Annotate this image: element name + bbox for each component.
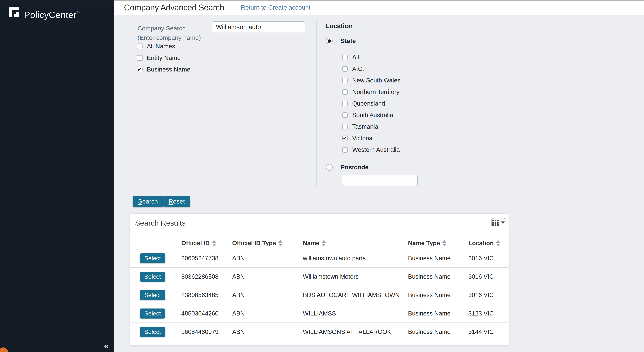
- app-logo: PolicyCenter™: [8, 7, 81, 21]
- results-table-body: Select 30605247738 ABN williamstown auto…: [130, 249, 508, 341]
- form-column-divider: [316, 20, 316, 186]
- search-button[interactable]: Search: [133, 196, 163, 207]
- state-option-tas: Tasmania: [342, 123, 378, 130]
- state-all-checkbox[interactable]: [342, 55, 348, 60]
- business-name-checkbox[interactable]: [137, 67, 142, 72]
- official-id-cell: 16084480979: [181, 328, 232, 335]
- state-qld-label[interactable]: Queensland: [352, 100, 385, 107]
- business-name-label[interactable]: Business Name: [147, 66, 190, 73]
- state-nt-label[interactable]: Northern Territory: [352, 89, 399, 95]
- app-name: PolicyCenter™: [24, 7, 81, 21]
- state-act-label[interactable]: A.C.T.: [352, 65, 369, 72]
- name-option-entity-name: Entity Name: [137, 54, 181, 62]
- entity-name-checkbox[interactable]: [137, 55, 142, 61]
- search-results-panel: Search Results Official ID Official ID T…: [130, 213, 509, 345]
- state-option-act: A.C.T.: [342, 65, 369, 72]
- sort-icon[interactable]: [322, 240, 326, 246]
- state-vic-label[interactable]: Victoria: [352, 135, 372, 142]
- entity-name-label[interactable]: Entity Name: [147, 54, 181, 62]
- sort-icon[interactable]: [442, 240, 446, 246]
- company-search-label: Company Search (Enter company name): [138, 24, 201, 43]
- table-row: Select 16084480979 ABN WILLIAMSONS AT TA…: [130, 323, 508, 341]
- table-row: Select 80362286508 ABN Williamstown Moto…: [130, 268, 508, 286]
- state-nsw-label[interactable]: New South Wales: [352, 77, 400, 84]
- page-title: Company Advanced Search: [124, 3, 224, 12]
- select-button[interactable]: Select: [140, 253, 165, 263]
- column-header-official-id[interactable]: Official ID: [181, 240, 232, 247]
- all-names-label[interactable]: All Names: [147, 43, 175, 50]
- sort-icon[interactable]: [212, 240, 216, 246]
- location-cell: 3144 VIC: [468, 328, 508, 335]
- state-nt-checkbox[interactable]: [342, 89, 348, 95]
- state-nsw-checkbox[interactable]: [342, 78, 348, 83]
- sort-icon[interactable]: [496, 240, 500, 246]
- location-cell: 3016 VIC: [468, 273, 508, 280]
- table-row: Select 30605247738 ABN williamstown auto…: [130, 249, 508, 268]
- column-header-location[interactable]: Location: [468, 240, 508, 247]
- state-option-wa: Western Australia: [342, 146, 400, 153]
- state-wa-checkbox[interactable]: [342, 147, 348, 153]
- name-type-cell: Business Name: [408, 273, 468, 280]
- return-to-create-account-link[interactable]: Return to Create account: [241, 4, 310, 11]
- official-id-cell: 48503644260: [181, 310, 232, 317]
- column-header-name[interactable]: Name: [303, 240, 408, 247]
- orange-logo-peek: [0, 347, 8, 352]
- name-type-cell: Business Name: [408, 292, 468, 298]
- state-qld-checkbox[interactable]: [342, 101, 348, 106]
- official-id-type-cell: ABN: [232, 273, 303, 280]
- official-id-cell: 23808563485: [181, 292, 232, 298]
- guidewire-logo-icon: [8, 7, 20, 19]
- state-radio-label[interactable]: State: [340, 38, 356, 45]
- state-tas-checkbox[interactable]: [342, 124, 348, 129]
- sidebar: PolicyCenter™ «: [0, 0, 114, 352]
- state-radio[interactable]: [326, 38, 333, 45]
- state-option-sa: South Australia: [342, 112, 393, 119]
- chevron-down-icon: [501, 221, 505, 224]
- name-cell: WILLIAMSS: [303, 310, 408, 317]
- state-option-nsw: New South Wales: [342, 77, 400, 84]
- state-option-nt: Northern Territory: [342, 89, 399, 95]
- sort-icon[interactable]: [278, 240, 282, 246]
- state-act-checkbox[interactable]: [342, 66, 348, 72]
- location-cell: 3123 VIC: [468, 310, 508, 317]
- location-cell: 3016 VIC: [468, 255, 508, 262]
- postcode-input[interactable]: [342, 175, 418, 186]
- official-id-cell: 30605247738: [181, 255, 232, 262]
- trademark-symbol: ™: [76, 10, 81, 15]
- grid-view-options-button[interactable]: [491, 218, 506, 227]
- app-root: PolicyCenter™ « Company Advanced Search …: [0, 0, 644, 352]
- postcode-radio-label[interactable]: Postcode: [340, 164, 369, 171]
- select-button[interactable]: Select: [140, 290, 165, 300]
- reset-button[interactable]: Reset: [163, 196, 190, 207]
- state-vic-checkbox[interactable]: [342, 136, 348, 141]
- state-tas-label[interactable]: Tasmania: [352, 123, 378, 130]
- all-names-checkbox[interactable]: [137, 44, 142, 49]
- select-button[interactable]: Select: [140, 272, 165, 282]
- state-sa-checkbox[interactable]: [342, 112, 348, 118]
- location-cell: 3016 VIC: [468, 292, 508, 298]
- name-type-cell: Business Name: [408, 310, 468, 317]
- official-id-type-cell: ABN: [232, 292, 303, 298]
- table-row: Select 23808563485 ABN BDS AUTOCARE WILL…: [130, 286, 508, 304]
- location-state-option: State: [326, 38, 356, 45]
- state-wa-label[interactable]: Western Australia: [352, 146, 400, 153]
- search-results-title: Search Results: [135, 219, 186, 227]
- column-header-name-type[interactable]: Name Type: [408, 240, 468, 247]
- column-header-official-id-type[interactable]: Official ID Type: [232, 240, 303, 247]
- select-button[interactable]: Select: [140, 327, 165, 337]
- company-search-input[interactable]: [212, 21, 305, 33]
- location-postcode-option: Postcode: [326, 164, 369, 171]
- postcode-radio[interactable]: [326, 164, 333, 171]
- main-area: Company Advanced Search Return to Create…: [114, 0, 644, 352]
- official-id-type-cell: ABN: [232, 255, 303, 262]
- name-cell: BDS AUTOCARE WILLIAMSTOWN: [303, 292, 408, 298]
- official-id-type-cell: ABN: [232, 310, 303, 317]
- name-cell: Williamstown Motors: [303, 273, 408, 280]
- state-sa-label[interactable]: South Australia: [352, 112, 393, 119]
- name-cell: WILLIAMSONS AT TALLAROOK: [303, 328, 408, 335]
- name-type-cell: Business Name: [408, 255, 468, 262]
- collapse-sidebar-icon[interactable]: «: [104, 340, 109, 351]
- select-button[interactable]: Select: [140, 308, 165, 318]
- page-header: Company Advanced Search Return to Create…: [114, 0, 644, 15]
- state-all-label[interactable]: All: [352, 54, 359, 61]
